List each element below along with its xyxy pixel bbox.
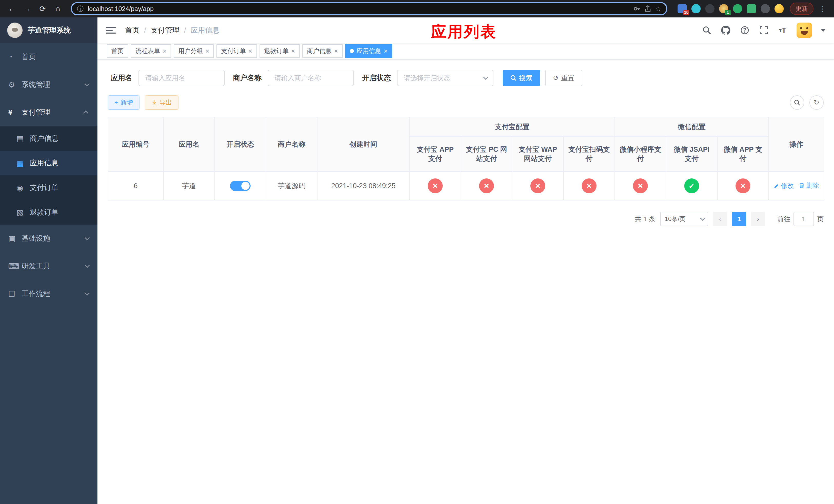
browser-forward-button[interactable]: → — [21, 2, 34, 15]
edit-link[interactable]: 修改 — [774, 182, 794, 190]
tab-flow-form[interactable]: 流程表单× — [131, 44, 171, 58]
extension-icon[interactable] — [747, 4, 756, 13]
sidebar-item-home[interactable]: ◔ 首页 — [0, 43, 97, 71]
goto-page-input[interactable] — [793, 212, 814, 226]
sidebar: 芋道管理系统 ◔ 首页 ⚙ 系统管理 ¥ 支付管理 ▤ 商户信息 ▦ 应用信息 — [0, 18, 97, 504]
close-icon[interactable]: × — [291, 48, 295, 54]
delete-link[interactable]: 删除 — [799, 181, 819, 190]
browser-back-button[interactable]: ← — [5, 2, 19, 15]
sidebar-item-merchant-info[interactable]: ▤ 商户信息 — [0, 126, 97, 151]
github-icon[interactable] — [721, 25, 731, 36]
col-merchant: 商户名称 — [266, 117, 317, 171]
chevron-down-icon — [700, 215, 705, 221]
breadcrumb-payment[interactable]: 支付管理 — [151, 25, 179, 35]
annotation-app-list: 应用列表 — [431, 22, 497, 42]
close-icon[interactable]: × — [162, 48, 167, 54]
document-icon: ▧ — [16, 208, 30, 217]
col-alipay-qr: 支付宝扫码支付 — [564, 137, 615, 171]
payment-submenu: ▤ 商户信息 ▦ 应用信息 ◉ 支付订单 ▧ 退款订单 — [0, 126, 97, 225]
fullscreen-icon[interactable] — [759, 25, 769, 36]
cell-merchant: 芋道源码 — [266, 171, 317, 200]
status-toggle[interactable] — [230, 181, 250, 191]
merchant-name-label: 商户名称 — [233, 73, 262, 83]
site-info-icon[interactable]: ⓘ — [77, 4, 84, 13]
tab-merchant-info[interactable]: 商户信息× — [302, 44, 343, 58]
browser-home-button[interactable]: ⌂ — [51, 2, 65, 15]
order-icon: ◉ — [16, 183, 30, 192]
status-select[interactable]: 请选择开启状态 — [397, 70, 493, 86]
sidebar-item-payment[interactable]: ¥ 支付管理 — [0, 98, 97, 126]
page-size-select[interactable]: 10条/页 — [660, 212, 708, 226]
extension-icon[interactable] — [761, 4, 770, 13]
prev-page-button[interactable]: ‹ — [713, 212, 727, 226]
help-icon[interactable] — [740, 25, 750, 36]
tab-user-group[interactable]: 用户分组× — [174, 44, 214, 58]
chrome-update-button[interactable]: 更新 — [790, 3, 813, 15]
refresh-table-button[interactable]: ↻ — [809, 95, 824, 110]
search-icon[interactable] — [702, 25, 712, 36]
search-icon — [794, 99, 800, 106]
browser-reload-button[interactable]: ⟳ — [36, 2, 49, 15]
extension-icon[interactable] — [733, 4, 742, 13]
extension-icon[interactable]: 1 — [719, 4, 728, 13]
next-page-button[interactable]: › — [751, 212, 765, 226]
download-icon — [151, 99, 157, 106]
breadcrumb-home[interactable]: 首页 — [125, 25, 139, 35]
page-content: 应用名 商户名称 开启状态 请选择开启状态 搜索 ↺ 重置 — [97, 60, 834, 504]
export-button[interactable]: 导出 — [145, 95, 178, 110]
chevron-down-icon — [483, 75, 488, 80]
sidebar-item-system[interactable]: ⚙ 系统管理 — [0, 71, 97, 98]
user-avatar[interactable] — [796, 23, 812, 38]
close-icon[interactable]: × — [205, 48, 209, 54]
url-text[interactable]: localhost:1024/pay/app — [88, 5, 629, 13]
browser-menu-icon[interactable]: ⋮ — [815, 5, 829, 13]
add-button[interactable]: + 新增 — [108, 95, 139, 110]
sidebar-item-refund-orders[interactable]: ▧ 退款订单 — [0, 200, 97, 225]
extensions-strip: 10 1 — [674, 4, 788, 13]
close-icon[interactable]: × — [248, 48, 252, 54]
filter-form: 应用名 商户名称 开启状态 请选择开启状态 搜索 ↺ 重置 — [108, 70, 824, 86]
avatar-dropdown-caret-icon[interactable] — [821, 29, 826, 32]
share-icon[interactable] — [644, 5, 651, 12]
breadcrumb-current: 应用信息 — [191, 25, 220, 35]
extension-icon[interactable] — [692, 4, 701, 13]
col-alipay-app: 支付宝 APP 支付 — [410, 137, 461, 171]
chevron-down-icon — [85, 81, 90, 86]
sidebar-item-dev-tools[interactable]: ⌨ 研发工具 — [0, 252, 97, 280]
app-logo-row[interactable]: 芋道管理系统 — [0, 18, 97, 43]
col-created: 创建时间 — [317, 117, 410, 171]
search-button[interactable]: 搜索 — [503, 70, 540, 86]
sidebar-item-app-info[interactable]: ▦ 应用信息 — [0, 151, 97, 175]
tab-refund-orders[interactable]: 退款订单× — [260, 44, 300, 58]
extension-icon[interactable] — [705, 4, 715, 13]
close-icon[interactable]: × — [384, 48, 388, 54]
app-name-input[interactable] — [138, 70, 225, 86]
sidebar-item-infrastructure[interactable]: ▣ 基础设施 — [0, 225, 97, 252]
sidebar-item-workflow[interactable]: ☐ 工作流程 — [0, 280, 97, 307]
col-alipay-pc: 支付宝 PC 网站支付 — [461, 137, 512, 171]
breadcrumb: 首页 / 支付管理 / 应用信息 — [125, 25, 220, 35]
alipay-wap-status-icon — [530, 178, 545, 193]
sidebar-item-pay-orders[interactable]: ◉ 支付订单 — [0, 175, 97, 200]
reset-button[interactable]: ↺ 重置 — [545, 70, 582, 86]
tab-home[interactable]: 首页 — [107, 44, 128, 58]
col-wx-app: 微信 APP 支付 — [717, 137, 769, 171]
close-icon[interactable]: × — [334, 48, 338, 54]
dashboard-icon: ◔ — [8, 52, 22, 61]
cell-created: 2021-10-23 08:49:25 — [317, 171, 410, 200]
password-key-icon[interactable] — [633, 5, 640, 12]
font-size-icon[interactable]: тT — [777, 25, 788, 36]
col-alipay-wap: 支付宝 WAP 网站支付 — [512, 137, 564, 171]
toggle-search-button[interactable] — [790, 95, 804, 110]
address-bar[interactable]: ⓘ localhost:1024/pay/app ☆ — [71, 2, 667, 15]
app-name-label: 应用名 — [111, 73, 132, 83]
tab-pay-orders[interactable]: 支付订单× — [216, 44, 257, 58]
tab-app-info[interactable]: 应用信息× — [345, 44, 392, 58]
profile-avatar-icon[interactable] — [774, 4, 784, 13]
app-title: 芋道管理系统 — [28, 25, 71, 35]
gear-icon: ⚙ — [8, 80, 22, 89]
sidebar-toggle-icon[interactable] — [106, 25, 116, 36]
merchant-name-input[interactable] — [268, 70, 354, 86]
bookmark-star-icon[interactable]: ☆ — [655, 5, 661, 13]
extension-icon[interactable]: 10 — [678, 4, 687, 13]
